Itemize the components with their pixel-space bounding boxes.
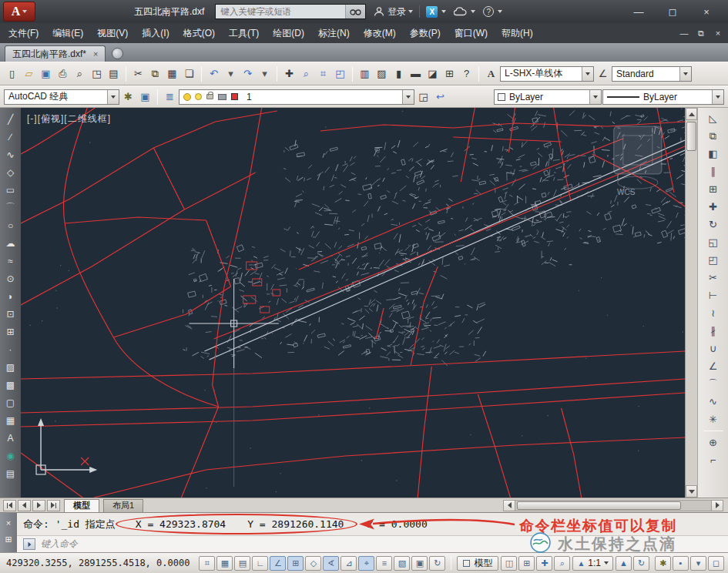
explode-icon[interactable]: ✳ xyxy=(703,411,723,427)
chamfer-icon[interactable]: ∠ xyxy=(703,358,723,374)
markup-set-manager-icon[interactable]: ◪ xyxy=(424,65,441,82)
annotation-visibility-icon[interactable]: ▲ xyxy=(616,556,632,571)
linetype-dropdown-icon[interactable] xyxy=(712,90,723,104)
horizontal-scrollbar[interactable] xyxy=(503,500,723,511)
menu-dimension[interactable]: 标注(N) xyxy=(311,23,357,43)
undo-icon[interactable]: ↶ xyxy=(206,65,222,82)
fillet-icon[interactable]: ⌒ xyxy=(703,376,723,392)
menu-file[interactable]: 文件(F) xyxy=(2,23,45,43)
point-icon[interactable]: ∙ xyxy=(2,341,19,357)
minimize-button[interactable]: — xyxy=(622,6,656,18)
scroll-up-icon[interactable] xyxy=(686,108,697,120)
workspace-settings-icon[interactable]: ✱ xyxy=(120,89,136,105)
text-style-icon[interactable]: A xyxy=(483,65,499,82)
paste-icon[interactable]: ▦ xyxy=(164,65,180,82)
ortho-toggle[interactable]: ∟ xyxy=(252,556,268,571)
help-caret-icon[interactable] xyxy=(498,10,502,13)
file-tab-close-icon[interactable]: × xyxy=(93,49,98,59)
export-dwf-icon[interactable]: ▤ xyxy=(106,65,122,82)
publish-icon[interactable]: ◳ xyxy=(89,65,105,82)
ellipse-icon[interactable]: ⊙ xyxy=(2,270,19,286)
scroll-left-icon[interactable] xyxy=(503,500,515,511)
join-icon[interactable]: ∪ xyxy=(703,340,723,357)
trim-icon[interactable]: ✂ xyxy=(703,270,723,286)
quick-view-drawings-icon[interactable]: ⊞ xyxy=(518,556,535,571)
offset-icon[interactable]: ∥ xyxy=(703,163,723,179)
new-tab-button[interactable] xyxy=(112,48,123,59)
match-properties-icon[interactable]: ❏ xyxy=(181,65,197,82)
otrack-toggle[interactable]: ∢ xyxy=(323,556,339,571)
infer-constraints-toggle[interactable]: ⌗ xyxy=(199,556,215,571)
vertical-scroll-thumb[interactable] xyxy=(686,122,696,151)
linetype-combo[interactable]: ByLayer xyxy=(602,89,724,105)
redo-icon[interactable]: ↷ xyxy=(240,65,256,82)
osnap-settings-icon[interactable]: ⊕ xyxy=(703,434,723,451)
menu-tools[interactable]: 工具(T) xyxy=(222,23,266,43)
line-icon[interactable]: ╱ xyxy=(2,111,19,127)
viewcube-wcs-label[interactable]: WCS xyxy=(617,188,635,196)
quick-view-layouts-icon[interactable]: ◫ xyxy=(501,556,517,571)
break-icon[interactable]: ∦ xyxy=(703,323,723,339)
layer-previous-icon[interactable]: ↩ xyxy=(432,89,448,105)
layout1-tab[interactable]: 布局1 xyxy=(103,499,143,512)
cloud-icon[interactable] xyxy=(454,7,467,16)
quickcalc-icon[interactable]: ⊞ xyxy=(441,65,458,82)
close-button[interactable]: × xyxy=(689,6,723,18)
zoom-window-icon[interactable]: ⌗ xyxy=(315,65,331,82)
osnap-toggle[interactable]: ⊞ xyxy=(287,556,304,571)
erase-icon[interactable]: ◺ xyxy=(703,110,723,126)
rotate-icon[interactable]: ↻ xyxy=(703,216,723,233)
last-tab-button[interactable] xyxy=(47,500,60,511)
point-style-icon[interactable]: ◉ xyxy=(2,447,19,464)
coordinate-readout[interactable]: 429320.3255, 2891255.4518, 0.0000 xyxy=(4,558,196,568)
menu-draw[interactable]: 绘图(D) xyxy=(266,23,311,43)
menu-insert[interactable]: 插入(I) xyxy=(135,23,176,43)
doc-minimize-icon[interactable]: — xyxy=(676,28,693,38)
sheet-set-manager-icon[interactable]: ▬ xyxy=(408,65,424,82)
dynamic-input-toggle[interactable]: ⌖ xyxy=(358,556,374,571)
dynamic-ucs-toggle[interactable]: ⊿ xyxy=(341,556,357,571)
vertical-scroll-track[interactable] xyxy=(686,120,697,485)
redo-caret-icon[interactable]: ▾ xyxy=(257,65,273,82)
workspace-switch-icon[interactable]: ✱ xyxy=(655,556,671,571)
command-customize-icon[interactable]: ⊞ xyxy=(5,534,12,544)
dim-style-dropdown-icon[interactable] xyxy=(679,67,691,81)
table-icon[interactable]: ▦ xyxy=(2,412,19,428)
circle-icon[interactable]: ○ xyxy=(2,217,19,233)
create-block-icon[interactable]: ⊞ xyxy=(2,323,19,340)
arc-icon[interactable]: ⌒ xyxy=(2,199,19,216)
annotation-scale-caret-icon[interactable] xyxy=(604,561,609,565)
exchange-caret-icon[interactable] xyxy=(441,10,446,13)
construction-line-icon[interactable]: ∕ xyxy=(2,129,19,145)
workspace-combo[interactable]: AutoCAD 经典 xyxy=(4,89,119,105)
move-icon[interactable]: ✚ xyxy=(703,199,723,215)
pan-icon[interactable]: ✚ xyxy=(281,65,297,82)
snap-toggle[interactable]: ▦ xyxy=(216,556,233,571)
stretch-icon[interactable]: ◰ xyxy=(703,252,723,268)
command-window-grip[interactable]: ×⊞ xyxy=(0,513,17,552)
hatch-icon[interactable]: ▨ xyxy=(2,359,19,375)
layer-properties-manager-icon[interactable]: ≣ xyxy=(162,89,178,105)
layer-dropdown-icon[interactable] xyxy=(402,90,414,104)
cloud-caret-icon[interactable] xyxy=(471,10,475,13)
close-command-window-icon[interactable]: × xyxy=(6,518,11,528)
polyline-icon[interactable]: ∿ xyxy=(2,146,19,163)
model-space-button[interactable]: 模型 xyxy=(457,556,498,571)
quick-properties-toggle[interactable]: ▣ xyxy=(411,556,428,571)
extend-icon[interactable]: ⊢ xyxy=(703,287,723,303)
login-button[interactable]: 登录 xyxy=(387,5,406,18)
cut-icon[interactable]: ✂ xyxy=(130,65,146,82)
osnap-3d-toggle[interactable]: ◇ xyxy=(305,556,321,571)
dim-style-combo[interactable]: Standard xyxy=(612,66,692,82)
layer-plot-icon[interactable] xyxy=(218,94,226,100)
men u-edit[interactable]: 编辑(E) xyxy=(45,23,90,43)
region-icon[interactable]: ▢ xyxy=(2,394,19,410)
text-style-combo[interactable]: L-SHX-单线体 xyxy=(500,66,594,82)
grid-toggle[interactable]: ▤ xyxy=(234,556,250,571)
menu-help[interactable]: 帮助(H) xyxy=(495,23,540,43)
revision-cloud-icon[interactable]: ☁ xyxy=(2,235,19,251)
polar-tracking-toggle[interactable]: ∠ xyxy=(270,556,286,571)
undo-caret-icon[interactable]: ▾ xyxy=(223,65,239,82)
menu-modify[interactable]: 修改(M) xyxy=(357,23,403,43)
viewport-controls[interactable]: [-][俯视][二维线框] xyxy=(27,112,111,126)
